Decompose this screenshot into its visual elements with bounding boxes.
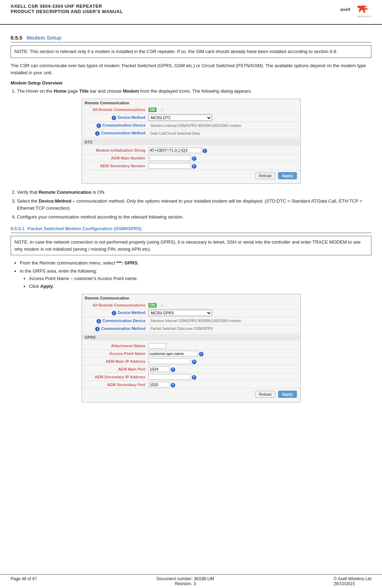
dialog2-comm-device-label-text: Communication Device xyxy=(102,319,146,323)
step1-mid1: page xyxy=(66,88,79,94)
info-icon-d2-2: i xyxy=(96,319,101,324)
dialog1-aem-main-label: AEM Main Number xyxy=(85,156,148,160)
sub-bullet-1: Access Point Name – customer's Access Po… xyxy=(29,275,371,283)
footer-right: © Axell Wireless Ltd 26/10/2015 xyxy=(334,576,371,586)
subheading-modem-setup: Modem Setup Overview xyxy=(11,80,371,86)
info-icon-d2-8: ? xyxy=(171,383,175,388)
dialog2-section-title: Remote Communication xyxy=(82,294,300,301)
dialog2-aem-secondary-port-label: AEM Secondary Port xyxy=(85,383,148,387)
footer-right-line2: 26/10/2015 xyxy=(334,581,355,586)
footer-center: Document number: 3633B-UM Revision. 3 xyxy=(37,576,334,586)
dialog2-aem-main-port-input[interactable] xyxy=(148,366,170,372)
sub-bullet-list: Access Point Name – customer's Access Po… xyxy=(29,275,371,291)
note-box-1: NOTE: This section is relevant only if a… xyxy=(11,45,371,58)
dialog1-device-method-select[interactable]: MC55i DTC xyxy=(148,115,212,121)
dialog1-reload-button[interactable]: Reload xyxy=(255,172,275,179)
dialog2-access-point-row: Access Point Name ? xyxy=(82,350,300,357)
dialog2-all-remote-value: ON ⚠ xyxy=(148,303,298,308)
dialog2-attachment-status-value xyxy=(148,343,298,349)
footer-center-line2: Revision. 3 xyxy=(175,581,196,586)
dialog2-gprs-title: GPRS xyxy=(85,335,96,339)
dialog2-comm-device-label: iCommunication Device xyxy=(85,319,148,324)
dialog2-aem-main-port-value: ? xyxy=(148,366,298,372)
step4-text: Configure your communication method acco… xyxy=(17,214,184,220)
footer-left: Page 48 of 67 xyxy=(11,576,37,586)
step1-bold1: Home xyxy=(54,88,66,94)
step1-bold3: Modem xyxy=(123,88,139,94)
dialog1-modem-init-value: ? xyxy=(148,147,298,153)
info-icon-2: i xyxy=(96,123,101,128)
dialog1-aem-secondary-row: AEM Secondary Number ? xyxy=(82,162,300,170)
dialog2-device-method-label: iDevice:Method xyxy=(85,310,148,315)
dialog2-comm-method-value: Packet Switched Data over GSM/GPRS xyxy=(148,327,298,331)
dialog1-buttons: Reload Apply xyxy=(82,170,300,180)
dialog1-device-method-label: iDevice:Method xyxy=(85,115,148,120)
dialog2-attachment-status-label: Attachment Status xyxy=(85,344,148,348)
dialog1-dtc-section: DTC xyxy=(82,139,300,145)
step3-text: Select the xyxy=(17,198,39,204)
on-badge: ON xyxy=(148,107,157,112)
dialog2-aem-main-port-label: AEM Main Port xyxy=(85,367,148,371)
dialog1-comm-device-value: Siemens Internal GSM/GPRS 950/900/1800/1… xyxy=(148,124,298,128)
step1-bold2: Title xyxy=(79,88,89,94)
info-icon-d2-4: ? xyxy=(199,352,204,356)
dialog1-aem-secondary-input[interactable] xyxy=(148,163,191,169)
dialog1-modem-init-label: Modem Initialization String xyxy=(85,148,148,152)
header-subtitle: PRODUCT DESCRIPTION AND USER'S MANUAL xyxy=(11,9,123,14)
dialog2-buttons: Reload Apply xyxy=(82,389,300,398)
dialog1-aem-main-input[interactable] xyxy=(148,155,191,161)
bullet2-text: In the GRPS area, enter the following: xyxy=(20,268,97,274)
step-4: Configure your communication method acco… xyxy=(17,214,371,221)
dialog2-device-method-row: iDevice:Method MC55i GPRS xyxy=(82,309,300,317)
dialog1-device-method-label-text: Device:Method xyxy=(118,115,145,120)
svg-text:WIRELESS: WIRELESS xyxy=(358,15,371,18)
dialog2-access-point-label: Access Point Name xyxy=(85,351,148,356)
dialog1-modem-init-row: Modem Initialization String ? xyxy=(82,147,300,155)
dialog1-aem-secondary-value: ? xyxy=(148,163,298,169)
dialog1-aem-main-row: AEM Main Number ? xyxy=(82,155,300,162)
dialog2-aem-secondary-ip-input[interactable] xyxy=(148,374,191,380)
dialog2-aem-main-ip-input[interactable] xyxy=(148,359,191,364)
dialog2-aem-secondary-ip-label: AEM Secondary IP Address xyxy=(85,375,148,379)
dialog1-device-method-row: iDevice:Method MC55i DTC xyxy=(82,114,300,122)
step2-end: is ON. xyxy=(92,190,106,195)
dialog2-access-point-value: ? xyxy=(148,351,298,356)
sub-bullet2-bold: Apply xyxy=(40,284,53,289)
dialog2-aem-main-ip-value: ? xyxy=(148,359,298,364)
dialog2-device-method-value: MC55i GPRS xyxy=(148,310,298,316)
warning-icon-2: ⚠ xyxy=(160,303,164,308)
step1-end: from the displayed icons. The following … xyxy=(139,88,252,94)
info-icon-4: ? xyxy=(202,149,207,153)
dialog2-device-method-select[interactable]: MC55i GPRS xyxy=(148,310,212,316)
step-1: The Hover on the Home page Title bar and… xyxy=(17,88,371,95)
numbered-steps-2-4: Verify that Remote Communication is ON. … xyxy=(17,189,371,221)
dialog1-modem-init-input[interactable] xyxy=(148,147,201,153)
dialog2-device-method-label-text: Device:Method xyxy=(118,310,145,315)
dialog2-apply-button[interactable]: Apply xyxy=(278,391,297,398)
dialog2-aem-secondary-port-row: AEM Secondary Port ? xyxy=(82,381,300,389)
section-divider xyxy=(11,42,371,42)
dialog1-device-method-value: MC55i DTC xyxy=(148,115,298,121)
page-footer: Page 48 of 67 Document number: 3633B-UM … xyxy=(0,574,382,588)
bullet-list-main: From the Remote communication menu, sele… xyxy=(20,260,371,290)
dialog2-access-point-input[interactable] xyxy=(148,351,198,356)
dialog2-comm-method-label-text: Communication Method xyxy=(101,326,145,331)
dialog2-aem-main-ip-row: AEM Main IP Address ? xyxy=(82,357,300,365)
dialog2-aem-secondary-port-input[interactable] xyxy=(148,382,170,388)
dialog1-apply-button[interactable]: Apply xyxy=(278,172,297,179)
dialog-panel-2: Remote Communication All Remote Communic… xyxy=(82,294,301,402)
section-heading: 8.5.5 Modem Setup xyxy=(11,35,371,41)
dialog2-attachment-status-row: Attachment Status xyxy=(82,342,300,350)
step1-mid2: bar and choose xyxy=(89,88,123,94)
dialog1-aem-main-value: ? xyxy=(148,155,298,161)
dialog2-reload-button[interactable]: Reload xyxy=(255,391,275,398)
logo-area: axell WIRELESS xyxy=(340,4,371,21)
dialog1-aem-secondary-label: AEM Secondary Number xyxy=(85,164,148,168)
section-number: 8.5.5 xyxy=(11,35,22,41)
dialog2-attachment-status-input[interactable] xyxy=(148,343,166,349)
note-text-1: NOTE: This section is relevant only if a… xyxy=(14,49,337,54)
header-title: AXELL CSR 3604-3304 UHF REPEATER xyxy=(11,4,123,9)
dialog1-comm-device-label: iCommunication Device xyxy=(85,123,148,128)
numbered-steps: The Hover on the Home page Title bar and… xyxy=(17,88,371,95)
note-text-2: NOTE: In case the network connection is … xyxy=(14,239,361,252)
